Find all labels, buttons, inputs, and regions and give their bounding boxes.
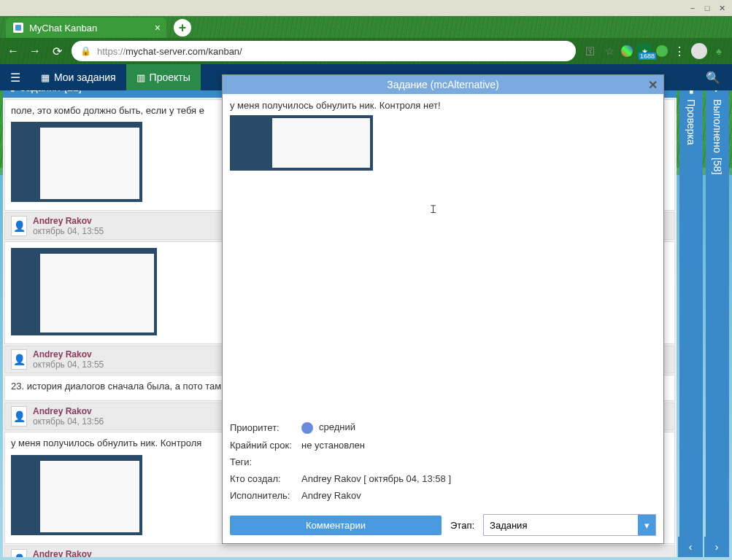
field-label-deadline: Крайний срок: <box>230 440 301 451</box>
hamburger-menu-icon[interactable]: ☰ <box>0 71 31 85</box>
task-description: у меня получилось обнулить ник. Контроля… <box>230 100 656 111</box>
browser-tabstrip: MyChat Kanban × + <box>0 16 732 38</box>
extension-badge: 1688 <box>639 52 656 60</box>
task-modal: Задание (mcAlternative) ✕ у меня получил… <box>222 74 664 544</box>
field-label-tags: Теги: <box>230 456 301 467</box>
columns-icon: ▥ <box>136 72 145 83</box>
url-text: mychat-server.com/kanban/ <box>126 46 242 57</box>
priority-dot-icon <box>301 422 313 434</box>
field-label-creator: Кто создал: <box>230 473 301 484</box>
field-value-deadline: не установлен <box>301 440 365 451</box>
tab-favicon <box>13 23 23 33</box>
modal-header[interactable]: Задание (mcAlternative) ✕ <box>223 75 663 94</box>
modal-close-icon[interactable]: ✕ <box>648 78 658 92</box>
key-icon[interactable]: ⚿ <box>583 44 598 58</box>
window-close-icon[interactable]: ✕ <box>715 3 728 13</box>
field-value-creator: Andrey Rakov [ октябрь 04, 13:58 ] <box>301 473 451 484</box>
address-bar[interactable]: 🔒 https://mychat-server.com/kanban/ <box>72 41 576 61</box>
url-protocol: https:// <box>97 46 126 57</box>
field-label-priority: Приоритет: <box>230 422 301 433</box>
modal-fields: Приоритет: средний Крайний срок: не уста… <box>223 416 663 510</box>
extension-icon-4[interactable]: ♠ <box>712 44 726 58</box>
window-minimize-icon[interactable]: − <box>686 3 699 13</box>
nav-projects-label: Проекты <box>150 71 190 83</box>
nav-my-tasks[interactable]: ▦ Мои задания <box>31 64 126 90</box>
grid-icon: ▦ <box>41 72 50 83</box>
field-label-assignee: Исполнитель: <box>230 490 301 501</box>
field-value-assignee: Andrey Rakov <box>301 490 361 501</box>
nav-my-tasks-label: Мои задания <box>54 71 116 83</box>
stage-select[interactable]: Задания ▾ <box>483 514 656 536</box>
new-tab-button[interactable]: + <box>174 19 191 36</box>
modal-footer: Комментарии Этап: Задания ▾ <box>223 510 663 543</box>
tab-title: MyChat Kanban <box>29 23 97 34</box>
extension-icon-3[interactable] <box>656 45 668 57</box>
nav-projects[interactable]: ▥ Проекты <box>126 64 201 90</box>
field-value-priority: средний <box>301 421 355 434</box>
lock-icon: 🔒 <box>80 46 91 56</box>
browser-tab-active[interactable]: MyChat Kanban × <box>6 18 166 38</box>
nav-reload-icon[interactable]: ⟳ <box>50 44 64 58</box>
bookmark-star-icon[interactable]: ☆ <box>602 44 617 58</box>
modal-title: Задание (mcAlternative) <box>387 79 499 90</box>
profile-avatar-icon[interactable] <box>691 43 707 59</box>
comments-button[interactable]: Комментарии <box>230 516 442 535</box>
extension-icon-2[interactable]: ★1688 <box>637 44 652 58</box>
task-attachment-thumbnail[interactable] <box>230 115 373 171</box>
window-maximize-icon[interactable]: □ <box>701 3 714 13</box>
search-icon[interactable]: 🔍 <box>694 71 732 85</box>
os-titlebar: − □ ✕ <box>0 0 732 16</box>
stage-label: Этап: <box>450 520 474 531</box>
browser-menu-icon[interactable]: ⋮ <box>672 44 687 58</box>
text-cursor-icon: 𝙸 <box>429 203 437 216</box>
nav-back-icon[interactable]: ← <box>6 44 20 58</box>
tab-close-icon[interactable]: × <box>155 22 161 34</box>
nav-forward-icon[interactable]: → <box>28 44 42 58</box>
browser-toolbar: ← → ⟳ 🔒 https://mychat-server.com/kanban… <box>0 38 732 64</box>
stage-value: Задания <box>490 520 527 531</box>
modal-body: у меня получилось обнулить ник. Контроля… <box>223 94 663 416</box>
extension-icon-1[interactable] <box>621 45 633 57</box>
chevron-down-icon: ▾ <box>638 515 655 535</box>
